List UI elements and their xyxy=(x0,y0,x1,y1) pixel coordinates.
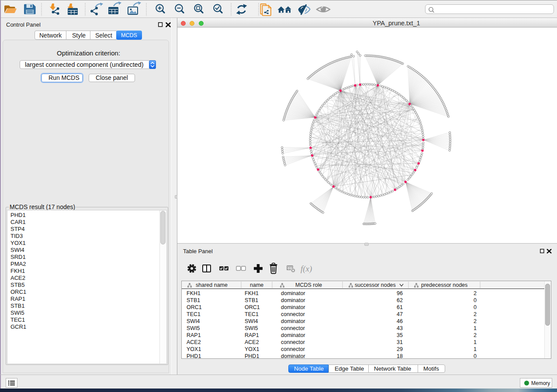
svg-text:0: 0 xyxy=(474,304,477,310)
svg-text:TEC1: TEC1 xyxy=(187,311,201,317)
svg-text:connector: connector xyxy=(281,325,305,331)
svg-text:name: name xyxy=(250,282,263,288)
svg-text:MCDS role: MCDS role xyxy=(295,282,322,288)
svg-text:YOX1: YOX1 xyxy=(245,346,259,352)
svg-text:f(x): f(x) xyxy=(301,264,312,274)
svg-text:35: 35 xyxy=(397,332,403,338)
svg-text:successor nodes: successor nodes xyxy=(355,282,396,288)
svg-text:dominator: dominator xyxy=(281,297,305,303)
svg-text:dominator: dominator xyxy=(281,304,305,310)
svg-text:SWI5: SWI5 xyxy=(245,325,258,331)
svg-text:predecessor nodes: predecessor nodes xyxy=(421,282,467,288)
svg-text:dominator: dominator xyxy=(281,318,305,324)
svg-text:96: 96 xyxy=(397,290,403,296)
svg-text:YOX1: YOX1 xyxy=(187,346,201,352)
svg-text:ACE2: ACE2 xyxy=(187,339,201,345)
svg-text:PHD1: PHD1 xyxy=(187,353,201,359)
svg-text:0: 0 xyxy=(474,297,477,303)
svg-text:SWI4: SWI4 xyxy=(187,318,200,324)
svg-text:62: 62 xyxy=(397,297,403,303)
svg-text:0: 0 xyxy=(474,353,477,359)
svg-text:shared name: shared name xyxy=(196,282,228,288)
svg-text:SWI5: SWI5 xyxy=(187,325,200,331)
svg-text:STB1: STB1 xyxy=(187,297,200,303)
svg-text:46: 46 xyxy=(397,318,403,324)
svg-text:FKH1: FKH1 xyxy=(187,290,201,296)
svg-text:SWI4: SWI4 xyxy=(245,318,258,324)
svg-text:1: 1 xyxy=(474,325,477,331)
svg-text:47: 47 xyxy=(397,311,403,317)
svg-text:dominator: dominator xyxy=(281,353,305,359)
svg-text:connector: connector xyxy=(281,339,305,345)
svg-text:43: 43 xyxy=(397,325,403,331)
svg-text:2: 2 xyxy=(474,311,477,317)
svg-text:61: 61 xyxy=(397,304,403,310)
svg-text:connector: connector xyxy=(281,346,305,352)
svg-text:31: 31 xyxy=(397,339,403,345)
svg-text:ORC1: ORC1 xyxy=(245,304,260,310)
svg-text:dominator: dominator xyxy=(281,290,305,296)
svg-text:PHD1: PHD1 xyxy=(245,353,259,359)
svg-text:RAP1: RAP1 xyxy=(245,332,259,338)
svg-text:1: 1 xyxy=(474,346,477,352)
svg-text:2: 2 xyxy=(474,318,477,324)
svg-text:TEC1: TEC1 xyxy=(245,311,259,317)
svg-text:connector: connector xyxy=(281,311,305,317)
svg-text:FKH1: FKH1 xyxy=(245,290,259,296)
svg-text:2: 2 xyxy=(474,290,477,296)
svg-text:1: 1 xyxy=(474,339,477,345)
svg-text:ORC1: ORC1 xyxy=(187,304,202,310)
svg-text:29: 29 xyxy=(397,346,403,352)
svg-text:18: 18 xyxy=(397,353,403,359)
svg-text:STB1: STB1 xyxy=(245,297,258,303)
svg-text:RAP1: RAP1 xyxy=(187,332,201,338)
svg-text:dominator: dominator xyxy=(281,332,305,338)
svg-text:ACE2: ACE2 xyxy=(245,339,259,345)
svg-text:2: 2 xyxy=(474,332,477,338)
